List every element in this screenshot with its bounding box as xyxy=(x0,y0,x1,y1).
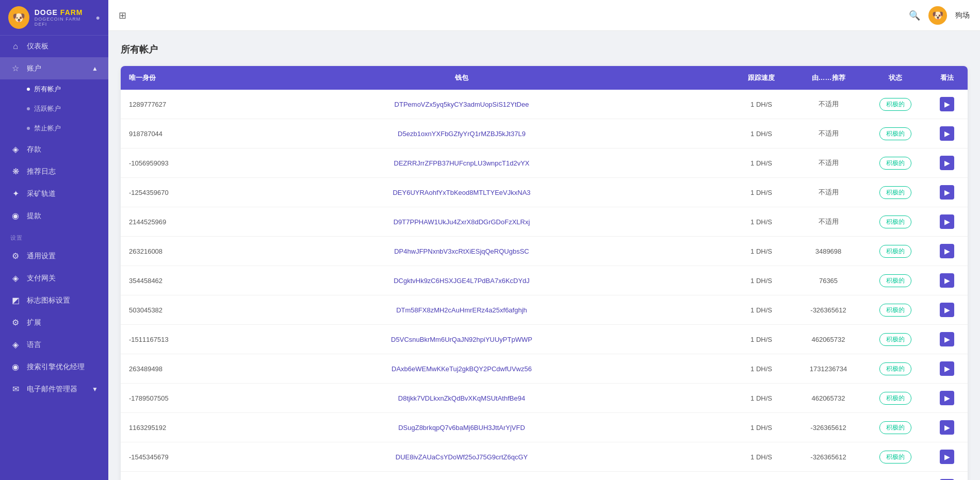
cell-view: ▶ xyxy=(926,325,968,354)
cell-wallet: D5VCsnuBkrMm6UrQaJN92hpiYUUyPTpWWP xyxy=(193,325,730,354)
sidebar-label-deposits: 存款 xyxy=(27,145,41,154)
sidebar-item-withdrawal[interactable]: ◉ 提款 xyxy=(0,205,108,227)
logo-farm: FARM xyxy=(58,8,83,16)
view-button[interactable]: ▶ xyxy=(940,185,954,200)
cell-view: ▶ xyxy=(926,472,968,481)
status-badge: 积极的 xyxy=(879,274,911,287)
cell-view: ▶ xyxy=(926,354,968,384)
view-button[interactable]: ▶ xyxy=(940,391,954,405)
table-row: 503045382DTm58FX8zMH2cAuHmrERz4a25xf6afg… xyxy=(121,295,968,325)
expand-icon[interactable]: ⊞ xyxy=(119,10,126,21)
col-wallet: 钱包 xyxy=(193,66,730,90)
table-row: 2144525969D9T7PPHAW1UkJu4ZxrX8dDGrGDoFzX… xyxy=(121,207,968,237)
search-icon[interactable]: 🔍 xyxy=(909,10,920,21)
sidebar-label-mining: 采矿轨道 xyxy=(27,189,56,198)
sidebar: 🐶 DOGE FARM DOGECOIN FARM DEFI ● ⌂ 仪表板 ☆… xyxy=(0,0,108,480)
cell-status: 积极的 xyxy=(864,384,926,413)
sidebar-label-referral: 推荐日志 xyxy=(27,167,56,176)
cell-id: 1102297764 xyxy=(121,472,193,481)
view-button[interactable]: ▶ xyxy=(940,156,954,170)
topbar-right: 🔍 🐶 狗场 xyxy=(909,6,970,25)
view-button[interactable]: ▶ xyxy=(940,332,954,346)
cell-view: ▶ xyxy=(926,119,968,148)
table-row: -1056959093DEZRRJrrZFPB37HUFcnpLU3wnpcT1… xyxy=(121,148,968,178)
view-button[interactable]: ▶ xyxy=(940,361,954,376)
table-row: 1289777627DTPemoVZx5yq5kyCY3admUopSiS12Y… xyxy=(121,90,968,119)
cell-ref: -326365612 xyxy=(792,413,864,442)
sidebar-item-mining[interactable]: ✦ 采矿轨道 xyxy=(0,183,108,205)
deposits-icon: ◈ xyxy=(10,144,21,154)
sidebar-item-referral[interactable]: ❋ 推荐日志 xyxy=(0,160,108,183)
sidebar-item-banned-accounts[interactable]: 禁止帐户 xyxy=(0,119,108,138)
view-button[interactable]: ▶ xyxy=(940,450,954,464)
sidebar-item-payment[interactable]: ◈ 支付网关 xyxy=(0,267,108,289)
cell-wallet: DEY6UYRAohfYxTbKeod8MTLTYEeVJkxNA3 xyxy=(193,178,730,207)
status-badge: 积极的 xyxy=(879,245,911,258)
sidebar-item-active-accounts[interactable]: 活跃帐户 xyxy=(0,99,108,119)
sidebar-item-deposits[interactable]: ◈ 存款 xyxy=(0,138,108,160)
cell-view: ▶ xyxy=(926,178,968,207)
cell-view: ▶ xyxy=(926,413,968,442)
view-button[interactable]: ▶ xyxy=(940,214,954,229)
table-row: 1102297764DAiP1sLfVDZjbZeiHDoHAFTJbjkyiq… xyxy=(121,472,968,481)
status-badge: 积极的 xyxy=(879,362,911,375)
sidebar-item-all-accounts[interactable]: 所有帐户 xyxy=(0,79,108,99)
sidebar-label-all-accounts: 所有帐户 xyxy=(34,85,61,94)
sidebar-item-email[interactable]: ✉ 电子邮件管理器 ▼ xyxy=(0,378,108,400)
cell-ref: 不适用 xyxy=(792,178,864,207)
sidebar-item-extensions[interactable]: ⚙ 扩展 xyxy=(0,311,108,334)
cell-id: 1163295192 xyxy=(121,413,193,442)
logo-subtitle: DOGECOIN FARM DEFI xyxy=(35,16,91,27)
dot-icon xyxy=(27,107,30,110)
sidebar-label-withdrawal: 提款 xyxy=(27,211,41,221)
cell-id: -1254359670 xyxy=(121,178,193,207)
cell-status: 积极的 xyxy=(864,266,926,295)
status-badge: 积极的 xyxy=(879,127,911,140)
sidebar-item-seo[interactable]: ◉ 搜索引擎优化经理 xyxy=(0,356,108,378)
cell-status: 积极的 xyxy=(864,119,926,148)
cell-speed: 1 DH/S xyxy=(730,90,792,119)
sidebar-item-language[interactable]: ◈ 语言 xyxy=(0,334,108,356)
view-button[interactable]: ▶ xyxy=(940,303,954,317)
cell-id: -1789507505 xyxy=(121,384,193,413)
accounts-arrow: ▲ xyxy=(92,65,98,72)
sidebar-item-dashboard[interactable]: ⌂ 仪表板 xyxy=(0,36,108,57)
cell-view: ▶ xyxy=(926,295,968,325)
table-row: 263216008DP4hwJFPNxnbV3xcRtXiESjqQeRQUgb… xyxy=(121,237,968,266)
user-avatar[interactable]: 🐶 xyxy=(928,6,947,25)
col-status: 状态 xyxy=(864,66,926,90)
withdrawal-icon: ◉ xyxy=(10,211,21,221)
logo-circle-icon[interactable]: ● xyxy=(96,13,100,22)
cell-speed: 1 DH/S xyxy=(730,266,792,295)
col-view: 看法 xyxy=(926,66,968,90)
table-row: -1254359670DEY6UYRAohfYxTbKeod8MTLTYEeVJ… xyxy=(121,178,968,207)
sidebar-logo: 🐶 DOGE FARM DOGECOIN FARM DEFI ● xyxy=(0,0,108,36)
cell-view: ▶ xyxy=(926,90,968,119)
cell-speed: 1 DH/S xyxy=(730,178,792,207)
cell-status: 积极的 xyxy=(864,442,926,472)
status-badge: 积极的 xyxy=(879,157,911,170)
table-row: -1789507505D8tjkk7VDLkxnZkQdBvXKqMSUtAth… xyxy=(121,384,968,413)
view-button[interactable]: ▶ xyxy=(940,97,954,111)
cell-view: ▶ xyxy=(926,442,968,472)
cell-speed: 1 DH/S xyxy=(730,442,792,472)
view-button[interactable]: ▶ xyxy=(940,273,954,288)
view-button[interactable]: ▶ xyxy=(940,244,954,258)
cell-wallet: DUE8ivZAUaCsYDoWf25oJ75G9crtZ6qcGY xyxy=(193,442,730,472)
table-row: 1163295192DSugZ8brkqpQ7v6baMj6BUH3JttArY… xyxy=(121,413,968,442)
cell-view: ▶ xyxy=(926,148,968,178)
cell-speed: 1 DH/S xyxy=(730,148,792,178)
sidebar-item-general[interactable]: ⚙ 通用设置 xyxy=(0,245,108,267)
sidebar-label-email: 电子邮件管理器 xyxy=(27,385,77,394)
sidebar-item-logo[interactable]: ◩ 标志图标设置 xyxy=(0,289,108,311)
cell-speed: 1 DH/S xyxy=(730,472,792,481)
view-button[interactable]: ▶ xyxy=(940,126,954,141)
view-button[interactable]: ▶ xyxy=(940,420,954,435)
sidebar-item-accounts[interactable]: ☆ 账户 ▲ xyxy=(0,57,108,79)
mining-icon: ✦ xyxy=(10,189,21,198)
cell-id: -1511167513 xyxy=(121,325,193,354)
col-ref: 由……推荐 xyxy=(792,66,864,90)
cell-ref: 462065732 xyxy=(792,325,864,354)
cell-speed: 1 DH/S xyxy=(730,413,792,442)
cell-ref: 462065732 xyxy=(792,384,864,413)
